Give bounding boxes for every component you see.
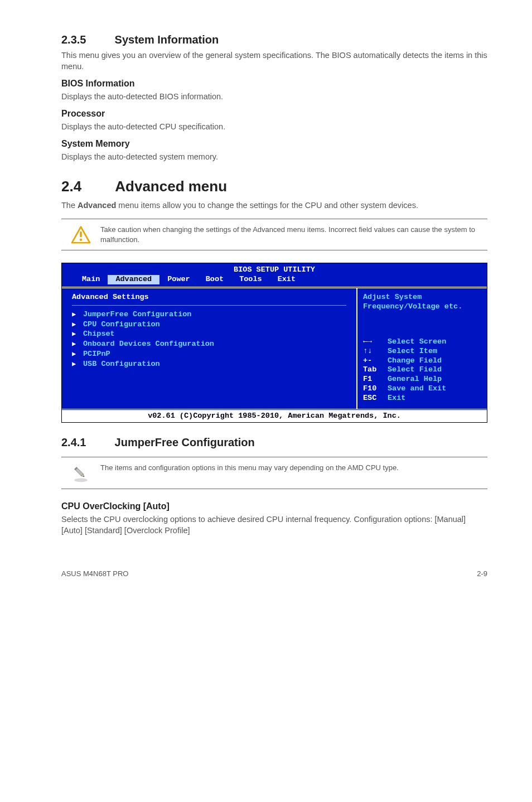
key-label: Select Screen <box>388 337 446 347</box>
bios-tab-tools[interactable]: Tools <box>231 275 270 284</box>
bios-help-line: Adjust System <box>363 293 481 302</box>
key-label: Select Item <box>388 347 437 356</box>
processor-text: Displays the auto-detected CPU specifica… <box>61 121 487 132</box>
heading-2-3-5: 2.3.5 System Information <box>61 33 487 46</box>
bold-advanced: Advanced <box>78 201 116 210</box>
bios-tab-bar: Main Advanced Power Boot Tools Exit <box>62 275 487 287</box>
divider <box>72 305 346 306</box>
heading-number: 2.4 <box>61 178 112 195</box>
footer-right: 2-9 <box>477 569 487 578</box>
triangle-right-icon: ▶ <box>72 350 78 359</box>
bios-panel-title: Advanced Settings <box>72 293 346 302</box>
bios-item-label: Onboard Devices Configuration <box>83 340 214 349</box>
key-symbol: Tab <box>363 365 388 375</box>
heading-2-4: 2.4 Advanced menu <box>61 178 487 195</box>
bios-item-chipset[interactable]: ▶Chipset <box>72 330 346 339</box>
info-note: The items and configuration options in t… <box>61 457 487 489</box>
bios-tab-power[interactable]: Power <box>159 275 198 284</box>
caution-note: Take caution when changing the settings … <box>61 219 487 250</box>
key-label: Exit <box>388 394 405 403</box>
svg-rect-1 <box>80 231 82 238</box>
key-symbol: ↑↓ <box>363 347 388 356</box>
triangle-right-icon: ▶ <box>72 360 78 369</box>
bios-title: BIOS SETUP UTILITY <box>62 263 487 275</box>
bios-item-label: Chipset <box>83 330 115 339</box>
bios-tab-boot[interactable]: Boot <box>198 275 231 284</box>
footer-left: ASUS M4N68T PRO <box>61 569 128 578</box>
text-fragment: menu items allow you to change the setti… <box>116 201 418 210</box>
bios-tab-advanced[interactable]: Advanced <box>108 275 159 284</box>
bios-key-legend: ←→Select Screen ↑↓Select Item +-Change F… <box>363 337 481 403</box>
pencil-icon <box>71 464 90 483</box>
page-footer: ASUS M4N68T PRO 2-9 <box>61 569 487 578</box>
heading-2-4-1: 2.4.1 JumperFree Configuration <box>61 436 487 449</box>
system-memory-text: Displays the auto-detected system memory… <box>61 151 487 162</box>
bios-tab-exit[interactable]: Exit <box>270 275 303 284</box>
key-label: Select Field <box>388 365 442 375</box>
svg-point-2 <box>80 239 82 241</box>
key-symbol: F1 <box>363 375 388 384</box>
intro-2-3-5: This menu gives you an overview of the g… <box>61 50 487 72</box>
triangle-right-icon: ▶ <box>72 330 78 339</box>
icon-column <box>61 225 100 244</box>
icon-column <box>61 463 100 483</box>
bios-item-jumperfree[interactable]: ▶JumperFree Configuration <box>72 310 346 320</box>
key-label: Change Field <box>388 356 442 366</box>
triangle-right-icon: ▶ <box>72 311 78 319</box>
bios-right-panel: Adjust System Frequency/Voltage etc. ←→S… <box>357 288 487 409</box>
key-symbol: +- <box>363 356 388 366</box>
caution-text: Take caution when changing the settings … <box>100 225 487 244</box>
cpu-overclocking-heading: CPU OverClocking [Auto] <box>61 501 487 511</box>
bios-item-pcipnp[interactable]: ▶PCIPnP <box>72 350 346 359</box>
bios-tab-main[interactable]: Main <box>74 275 108 284</box>
intro-2-4: The Advanced menu items allow you to cha… <box>61 200 487 211</box>
key-label: General Help <box>388 375 442 384</box>
bios-item-cpu[interactable]: ▶CPU Configuration <box>72 320 346 330</box>
heading-number: 2.4.1 <box>61 436 112 449</box>
triangle-right-icon: ▶ <box>72 340 78 349</box>
key-symbol: ESC <box>363 394 388 403</box>
bios-item-onboard[interactable]: ▶Onboard Devices Configuration <box>72 340 346 349</box>
heading-text: JumperFree Configuration <box>115 436 255 448</box>
bios-item-label: JumperFree Configuration <box>83 310 191 320</box>
heading-number: 2.3.5 <box>61 33 112 46</box>
key-label: Save and Exit <box>388 384 446 394</box>
bios-item-label: PCIPnP <box>83 350 110 359</box>
bios-info-heading: BIOS Information <box>61 79 487 89</box>
bios-item-label: USB Configuration <box>83 360 160 369</box>
bios-copyright: v02.61 (C)Copyright 1985-2010, American … <box>62 410 487 422</box>
heading-text: System Information <box>115 33 219 46</box>
svg-point-3 <box>74 478 88 482</box>
bios-help-text: Adjust System Frequency/Voltage etc. <box>363 293 481 312</box>
cpu-overclocking-text: Selects the CPU overclocking options to … <box>61 514 487 536</box>
text-fragment: The <box>61 201 78 210</box>
bios-item-usb[interactable]: ▶USB Configuration <box>72 360 346 369</box>
bios-screenshot: BIOS SETUP UTILITY Main Advanced Power B… <box>61 263 487 423</box>
bios-info-text: Displays the auto-detected BIOS informat… <box>61 91 487 102</box>
bios-item-label: CPU Configuration <box>83 320 160 330</box>
key-symbol: ←→ <box>363 337 388 347</box>
triangle-right-icon: ▶ <box>72 321 78 329</box>
warning-triangle-icon <box>71 226 91 244</box>
system-memory-heading: System Memory <box>61 139 487 149</box>
key-symbol: F10 <box>363 384 388 394</box>
processor-heading: Processor <box>61 109 487 119</box>
info-text: The items and configuration options in t… <box>100 463 487 473</box>
heading-text: Advanced menu <box>115 178 227 195</box>
bios-left-panel: Advanced Settings ▶JumperFree Configurat… <box>62 288 357 409</box>
bios-help-line: Frequency/Voltage etc. <box>363 302 481 312</box>
